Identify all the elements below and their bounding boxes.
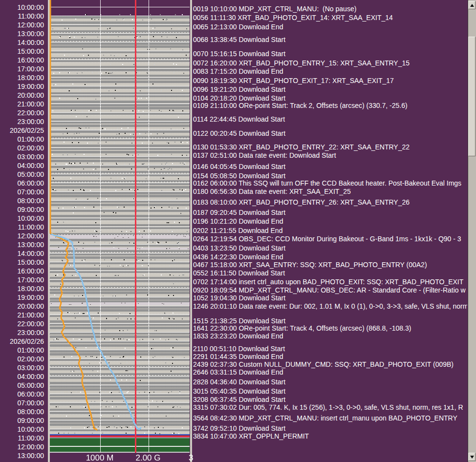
event-log-line[interactable]: 0403 13:23:50 Download Start <box>193 244 285 252</box>
time-label: 13:00:00 <box>18 451 44 460</box>
event-log-line[interactable]: 0096 19:21:20 Download Start <box>193 85 285 94</box>
time-label: 03:00:00 <box>18 363 44 372</box>
time-label: 20:00:00 <box>18 302 44 311</box>
time-label: 17:00:00 <box>18 275 44 284</box>
event-log-line[interactable]: 3015 05:40:35 Download Start <box>193 387 285 396</box>
time-label: 13:00:00 <box>18 29 44 38</box>
time-label: 12:00:00 <box>18 21 44 29</box>
event-log-line[interactable]: 0180 06:56:30 Data rate event: XRT_SAA_E… <box>193 187 351 196</box>
time-label: 10:00:00 <box>18 3 44 12</box>
event-log-line[interactable]: 0702 17:14:00 insert ctrl_auto upon BAD_… <box>193 277 463 286</box>
time-label: 15:00:00 <box>18 258 44 267</box>
time-label: 11:00:00 <box>18 223 44 231</box>
time-label: 03:00:00 <box>18 152 44 161</box>
mission-timeline-window: 10:00:0011:00:0012:00:0013:00:0014:00:00… <box>0 0 476 462</box>
time-axis: 10:00:0011:00:0012:00:0013:00:0014:00:00… <box>0 0 46 462</box>
time-label: 06:00:00 <box>18 179 44 188</box>
event-log-line[interactable]: 0130 01:53:30 XRT_BAD_PHOTO_ENTRY_22: XR… <box>193 143 410 151</box>
x-axis-tick-label: 3 <box>189 454 193 462</box>
event-log-line[interactable]: 0068 13:38:45 Download Start <box>193 35 285 44</box>
event-log-line[interactable]: 0070 15:16:15 Download Start <box>193 49 285 58</box>
time-label: 05:00:00 <box>18 381 44 390</box>
x-axis-tick-label: 2.00 G <box>135 454 160 462</box>
event-log-line[interactable]: 0090 18:19:30 XRT_BAD_PHOTO_EXIT_17: XRT… <box>193 76 394 85</box>
time-label: 12:00:00 <box>18 442 44 451</box>
time-label: 02:00:00 <box>18 355 44 363</box>
scrollbar-down-button[interactable] <box>468 453 476 461</box>
time-label: 14:00:00 <box>18 38 44 47</box>
time-label: 2026/02/26 <box>10 337 44 346</box>
event-log-line[interactable]: 0264 12:19:54 OBS_DEC: CCD Monitor Durin… <box>193 234 461 243</box>
event-log[interactable]: 0019 10:10:00 MDP_XRT_CTRL_MANU: (No pau… <box>193 0 467 462</box>
time-label: 07:00:00 <box>18 188 44 196</box>
event-log-line[interactable]: 0019 10:10:00 MDP_XRT_CTRL_MANU: (No pau… <box>193 4 356 13</box>
event-log-line[interactable]: 1052 19:04:30 Download Start <box>193 294 285 302</box>
event-log-line[interactable]: 0196 10:21:20 Download End <box>193 217 283 226</box>
time-label: 21:00:00 <box>18 100 44 108</box>
event-log-line[interactable]: 0202 11:21:55 Download End <box>193 226 282 235</box>
event-log-line[interactable]: 0146 04:05:45 Download Start <box>193 162 285 171</box>
time-label: 22:00:00 <box>18 319 44 328</box>
time-label: 04:00:00 <box>18 161 44 170</box>
time-label: 13:00:00 <box>18 240 44 249</box>
event-log-line[interactable]: 3564 08:42:30 MDP_XRT_CTRL_MANU: insert … <box>193 414 457 422</box>
time-label: 16:00:00 <box>18 56 44 64</box>
time-label: 17:00:00 <box>18 64 44 73</box>
time-label: 04:00:00 <box>18 372 44 381</box>
event-log-line[interactable]: 0056 11:11:30 XRT_BAD_PHOTO_EXIT_14: XRT… <box>193 13 393 22</box>
time-label: 01:00:00 <box>18 346 44 355</box>
event-log-line[interactable]: 0162 06:00:00 This SSQ will turn OFF the… <box>193 179 461 188</box>
time-label: 12:00:00 <box>18 231 44 240</box>
event-log-line[interactable]: 0467 15:18:00 XRT_SAA_ENTRY: SSQ: XRT_BA… <box>193 260 427 269</box>
time-label: 10:00:00 <box>18 214 44 223</box>
event-log-line[interactable]: 2828 04:36:40 Download Start <box>193 378 285 386</box>
scrollbar-up-button[interactable] <box>468 1 476 9</box>
time-label: 15:00:00 <box>18 47 44 56</box>
time-label: 21:00:00 <box>18 311 44 319</box>
event-log-scrollbar[interactable] <box>468 0 476 462</box>
time-label: 10:00:00 <box>18 425 44 434</box>
time-label: 18:00:00 <box>18 284 44 293</box>
time-label: 09:00:00 <box>18 416 44 425</box>
event-log-line[interactable]: 3834 10:47:00 XRT_OPPLN_PERMIT <box>193 432 309 441</box>
time-label: 02:00:00 <box>18 144 44 152</box>
time-label: 19:00:00 <box>18 293 44 302</box>
time-label: 22:00:00 <box>18 108 44 117</box>
timeline-plot-canvas[interactable] <box>47 0 192 462</box>
time-label: 23:00:00 <box>18 328 44 337</box>
event-log-line[interactable]: 0552 16:11:50 Download Start <box>193 269 285 277</box>
event-log-line[interactable]: 0083 17:15:20 Download End <box>193 67 283 76</box>
time-label: 2026/02/25 <box>10 126 44 135</box>
event-log-line[interactable]: 0109 21:10:00 ORe-point Start: Track 2, … <box>193 101 408 110</box>
scrollbar-thumb[interactable] <box>468 37 476 156</box>
event-log-line[interactable]: 0114 22:44:45 Download Start <box>193 115 285 124</box>
time-label: 23:00:00 <box>18 117 44 126</box>
event-log-line[interactable]: 3315 07:30:02 Dur: 005, 774. K, Ix 15 (2… <box>193 403 463 412</box>
event-log-line[interactable]: 1246 20:01:10 Data rate event: Dur: 002,… <box>193 302 467 311</box>
triangle-down-icon <box>470 456 474 459</box>
event-log-line[interactable]: 1833 23:23:20 Download End <box>193 332 283 340</box>
time-label: 08:00:00 <box>18 407 44 416</box>
triangle-up-icon <box>470 4 474 7</box>
x-axis-tick-label: 1000 M <box>86 454 114 462</box>
time-label: 08:00:00 <box>18 196 44 205</box>
time-label: 16:00:00 <box>18 267 44 275</box>
event-log-line[interactable]: 0065 12:13:00 Download End <box>193 22 283 31</box>
time-label: 01:00:00 <box>18 135 44 144</box>
time-label: 05:00:00 <box>18 170 44 179</box>
time-label: 09:00:00 <box>18 205 44 214</box>
event-log-line[interactable]: 0187 09:20:45 Download Start <box>193 208 285 217</box>
event-log-line[interactable]: 0137 02:51:00 Data rate event: Download … <box>193 151 336 160</box>
time-label: 14:00:00 <box>18 249 44 258</box>
time-label: 07:00:00 <box>18 399 44 407</box>
event-log-line[interactable]: 0122 00:20:45 Download Start <box>193 129 285 138</box>
event-log-line[interactable]: 0072 16:20:00 XRT_BAD_PHOTO_ENTRY_15: XR… <box>193 59 410 67</box>
event-log-line[interactable]: 0183 08:10:00 XRT_BAD_PHOTO_ENTRY_26: XR… <box>193 198 410 207</box>
time-label: 20:00:00 <box>18 91 44 100</box>
time-label: 19:00:00 <box>18 82 44 91</box>
time-label: 18:00:00 <box>18 73 44 82</box>
time-label: 11:00:00 <box>18 12 44 21</box>
time-label: 06:00:00 <box>18 390 44 399</box>
event-log-line[interactable]: 2646 03:31:15 Download End <box>193 368 283 377</box>
time-label: 11:00:00 <box>18 434 44 442</box>
